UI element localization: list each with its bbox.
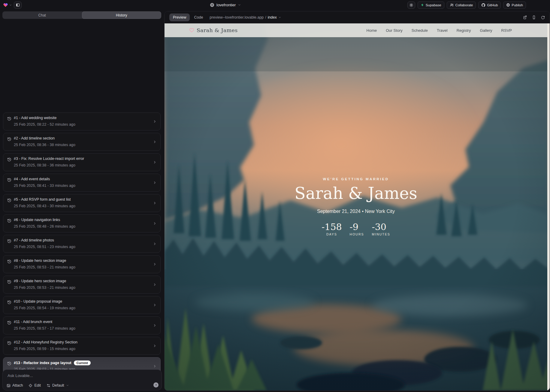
countdown-label: DAYS	[322, 232, 342, 236]
countdown-label: HOURS	[350, 232, 364, 236]
publish-button[interactable]: Publish	[503, 1, 526, 9]
countdown-value: -158	[322, 222, 342, 232]
history-item-title: #11 - Add brunch event	[14, 320, 52, 324]
mode-select[interactable]: Default	[47, 383, 69, 388]
chevron-right-icon	[153, 181, 157, 185]
nav-link[interactable]: Home	[367, 28, 377, 33]
chevron-right-icon	[153, 324, 157, 328]
sliders-icon	[47, 384, 50, 388]
history-item[interactable]: #8 - Update hero section image 25 Feb 20…	[3, 255, 161, 273]
history-item-title: #8 - Update hero section image	[14, 259, 66, 263]
image-icon	[7, 384, 11, 388]
history-item-title: #6 - Update navigation links	[14, 218, 60, 222]
history-icon	[7, 117, 11, 121]
gear-icon	[409, 3, 413, 7]
preview-url-host: preview--lovefrontier.lovable.app	[210, 15, 264, 19]
chevron-right-icon	[153, 262, 157, 266]
refresh-button[interactable]	[541, 16, 545, 19]
history-item-meta: 25 Feb 2025, 08:51 - 23 minutes ago	[14, 245, 75, 249]
nav-link[interactable]: Our Story	[386, 28, 403, 33]
history-item[interactable]: #2 - Add timeline section 25 Feb 2025, 0…	[3, 133, 161, 151]
edit-button[interactable]: Edit	[29, 383, 41, 388]
history-item-meta: 25 Feb 2025, 08:43 - 30 minutes ago	[14, 204, 75, 208]
nav-link[interactable]: Gallery	[480, 28, 492, 33]
history-item-meta: 25 Feb 2025, 08:53 - 21 minutes ago	[14, 286, 75, 290]
history-item[interactable]: #10 - Update proposal image 25 Feb 2025,…	[3, 296, 161, 314]
site-brand-name: Sarah & James	[197, 27, 237, 33]
history-item-title: #3 - Fix: Resolve Lucide-react import er…	[14, 157, 84, 161]
site-header: Sarah & James HomeOur StoryScheduleTrave…	[165, 23, 547, 37]
site-brand[interactable]: Sarah & James	[189, 27, 237, 33]
chevron-right-icon	[153, 364, 157, 368]
project-selector[interactable]: lovefrontier	[210, 0, 241, 10]
chevron-right-icon	[153, 283, 157, 287]
toggle-sidebar-button[interactable]	[14, 1, 22, 9]
history-item[interactable]: #5 - Add RSVP form and guest list 25 Feb…	[3, 194, 161, 212]
history-item-title: #5 - Add RSVP form and guest list	[14, 197, 71, 202]
history-item-title: #13 - Refactor index page layout	[14, 361, 71, 365]
history-item[interactable]: #6 - Update navigation links 25 Feb 2025…	[3, 214, 161, 232]
site-nav: HomeOur StoryScheduleTravelRegistryGalle…	[367, 28, 512, 33]
history-item-title: #10 - Update proposal image	[14, 299, 62, 304]
history-item[interactable]: #12 - Add Honeyfund Registry Section 25 …	[3, 337, 161, 355]
tab-chat[interactable]: Chat	[2, 11, 82, 19]
history-item[interactable]: #7 - Add timeline photos 25 Feb 2025, 08…	[3, 235, 161, 253]
topbar-left	[3, 0, 22, 10]
history-item-title: #7 - Add timeline photos	[14, 238, 54, 242]
collaborate-button[interactable]: Collaborate	[447, 1, 476, 9]
chevron-right-icon	[153, 222, 157, 226]
attach-label: Attach	[12, 383, 23, 388]
history-item-meta: 25 Feb 2025, 08:38 - 36 minutes ago	[14, 163, 75, 167]
countdown-label: MINUTES	[372, 232, 390, 236]
history-item-title: #9 - Update hero section image	[14, 279, 66, 283]
history-list: #1 - Add wedding website 25 Feb 2025, 08…	[3, 112, 161, 378]
countdown-cell: -158 DAYS	[322, 222, 342, 236]
target-icon	[29, 384, 32, 388]
open-in-new-tab-button[interactable]	[523, 15, 527, 19]
chat-input[interactable]	[7, 373, 146, 381]
lovable-logo-menu[interactable]	[3, 3, 12, 7]
history-icon	[7, 239, 11, 243]
send-button[interactable]	[153, 382, 159, 388]
attach-button[interactable]: Attach	[7, 383, 23, 388]
supabase-button[interactable]: Supabase	[418, 1, 444, 9]
tab-preview[interactable]: Preview	[169, 13, 190, 21]
tab-history[interactable]: History	[82, 11, 162, 19]
tab-code[interactable]: Code	[194, 15, 203, 19]
history-item[interactable]: #4 - Add event details 25 Feb 2025, 08:4…	[3, 174, 161, 192]
history-item[interactable]: #3 - Fix: Resolve Lucide-react import er…	[3, 153, 161, 171]
history-item-title: #2 - Add timeline section	[14, 136, 55, 140]
collaborate-label: Collaborate	[455, 3, 473, 7]
chevron-right-icon	[153, 120, 157, 124]
current-badge: Current	[74, 361, 91, 365]
site-scrollbar[interactable]	[547, 23, 550, 391]
arrow-up-icon	[155, 384, 158, 387]
history-item-meta: 25 Feb 2025, 08:41 - 33 minutes ago	[14, 184, 75, 188]
nav-link[interactable]: RSVP	[501, 28, 512, 33]
chevron-right-icon	[153, 303, 157, 307]
panel-left-icon	[16, 3, 20, 7]
settings-button[interactable]	[407, 1, 415, 9]
topbar-actions: Supabase Collaborate GitHub Publish	[407, 0, 526, 10]
heart-icon	[189, 28, 194, 33]
nav-link[interactable]: Travel	[437, 28, 448, 33]
countdown: -158 DAYS -9 HOURS -30 MINUTES	[165, 222, 547, 236]
countdown-value: -9	[350, 222, 364, 232]
supabase-label: Supabase	[426, 3, 441, 7]
smartphone-icon	[532, 15, 536, 19]
nav-link[interactable]: Schedule	[412, 28, 428, 33]
project-name: lovefrontier	[216, 3, 236, 7]
mobile-view-button[interactable]	[532, 15, 536, 19]
preview-toolbar: Preview Code preview--lovefrontier.lovab…	[165, 11, 550, 23]
github-button[interactable]: GitHub	[478, 1, 501, 9]
preview-url[interactable]: preview--lovefrontier.lovable.app / inde…	[210, 15, 281, 19]
lovable-heart-icon	[3, 3, 8, 7]
history-icon	[7, 157, 11, 162]
history-item[interactable]: #1 - Add wedding website 25 Feb 2025, 08…	[3, 112, 161, 130]
chevron-right-icon	[153, 140, 157, 144]
history-icon	[7, 219, 11, 223]
history-item[interactable]: #9 - Update hero section image 25 Feb 20…	[3, 276, 161, 294]
history-item[interactable]: #11 - Add brunch event 25 Feb 2025, 08:5…	[3, 316, 161, 334]
nav-link[interactable]: Registry	[457, 28, 471, 33]
history-item-title: #12 - Add Honeyfund Registry Section	[14, 340, 77, 344]
